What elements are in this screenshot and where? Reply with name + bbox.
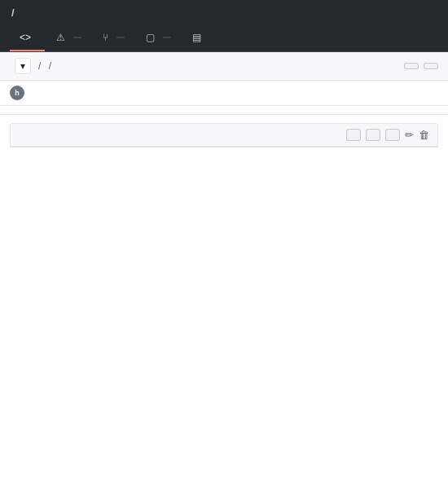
top-nav: / <box>0 0 448 25</box>
branch-bar: ▾ / / <box>0 52 448 81</box>
file-actions: ✏ 🗑 <box>346 129 429 141</box>
branch-select[interactable]: ▾ <box>15 58 31 74</box>
copy-path-button[interactable] <box>424 63 438 69</box>
avatar: h <box>10 86 24 100</box>
file-header: ✏ 🗑 <box>10 123 438 147</box>
history-button[interactable] <box>385 129 400 141</box>
edit-icon[interactable]: ✏ <box>405 129 414 141</box>
issue-icon: ⚠ <box>56 32 65 43</box>
repo-path: / <box>10 7 16 19</box>
raw-button[interactable] <box>346 129 361 141</box>
tab-code[interactable]: <> <box>10 25 45 51</box>
contributors-bar <box>0 106 448 115</box>
code-container <box>10 147 438 148</box>
projects-badge <box>163 37 171 38</box>
tab-bar: <> ⚠ ⑂ ▢ ▤ <box>0 25 448 52</box>
tab-projects[interactable]: ▢ <box>136 25 181 51</box>
tab-insights[interactable]: ▤ <box>182 25 215 51</box>
code-icon: <> <box>20 32 31 43</box>
pr-badge <box>116 37 125 38</box>
insights-icon: ▤ <box>192 32 201 43</box>
delete-icon[interactable]: 🗑 <box>419 129 429 141</box>
blame-button[interactable] <box>366 129 380 141</box>
pr-icon: ⑂ <box>103 32 108 43</box>
commit-info: h <box>0 81 448 106</box>
tab-issues[interactable]: ⚠ <box>46 25 91 51</box>
find-file-button[interactable] <box>404 63 419 69</box>
tab-pull-requests[interactable]: ⑂ <box>93 25 134 51</box>
issues-badge <box>73 37 81 38</box>
breadcrumb: / / <box>36 60 399 72</box>
projects-icon: ▢ <box>146 32 155 43</box>
